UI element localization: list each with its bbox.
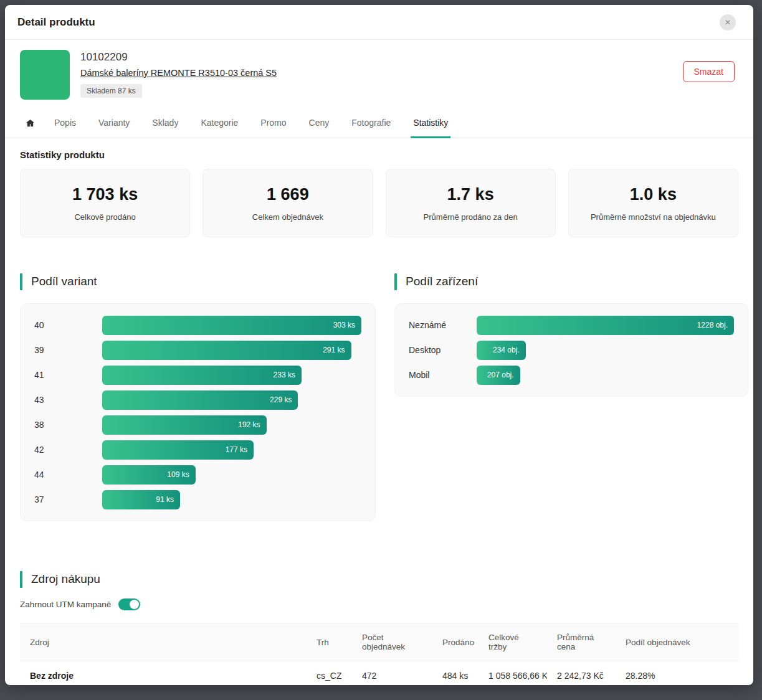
chart-bar: 229 ks bbox=[102, 390, 298, 410]
chart-bar: 233 ks bbox=[102, 366, 302, 385]
tab-statistiky[interactable]: Statistiky bbox=[411, 108, 450, 138]
chart-category-label: 39 bbox=[21, 345, 102, 355]
stat-card: 1.7 ksPrůměrně prodáno za den bbox=[386, 169, 556, 237]
stat-card-label: Celkem objednávek bbox=[252, 212, 323, 222]
tab-promo[interactable]: Promo bbox=[258, 108, 288, 138]
chart-bar-track: 229 ks bbox=[102, 390, 361, 410]
table-header-cell: Prodáno bbox=[432, 623, 479, 661]
chart-category-label: 44 bbox=[21, 470, 102, 480]
chart-row: 44109 ks bbox=[21, 462, 375, 487]
table-header-cell: Zdroj bbox=[20, 623, 307, 661]
chart-bar-track: 177 ks bbox=[102, 440, 361, 460]
modal-header: Detail produktu ✕ bbox=[5, 5, 753, 40]
home-icon bbox=[25, 118, 36, 128]
stat-card-label: Průměrně prodáno za den bbox=[424, 212, 518, 222]
close-icon[interactable]: ✕ bbox=[720, 14, 736, 31]
chart-bar: 207 obj. bbox=[477, 366, 520, 385]
table-header-cell: Podíl objednávek bbox=[616, 623, 738, 661]
stat-card-label: Průměrně množství na objednávku bbox=[591, 212, 716, 222]
chart-bar-value: 109 ks bbox=[167, 470, 195, 479]
table-header-cell: Trh bbox=[307, 623, 352, 661]
tab-bar: PopisVariantySkladyKategoriePromoCenyFot… bbox=[5, 108, 753, 138]
product-thumbnail bbox=[20, 50, 70, 100]
chart-bar-track: 233 ks bbox=[102, 366, 361, 385]
chart-row: 40303 ks bbox=[21, 313, 375, 338]
statistics-content: Statistiky produktu 1 703 ksCelkově prod… bbox=[5, 138, 753, 685]
stock-badge: Skladem 87 ks bbox=[80, 84, 142, 98]
chart-bar: 1228 obj. bbox=[477, 316, 734, 335]
utm-toggle-label: Zahrnout UTM kampaně bbox=[20, 600, 111, 609]
chart-category-label: Desktop bbox=[395, 345, 477, 355]
chart-bar: 192 ks bbox=[102, 415, 267, 435]
chart-bar: 91 ks bbox=[102, 490, 180, 509]
chart-bar: 303 ks bbox=[102, 316, 361, 335]
delete-button[interactable]: Smazat bbox=[683, 61, 735, 82]
stats-heading: Statistiky produktu bbox=[20, 149, 738, 160]
chart-bar-track: 207 obj. bbox=[477, 366, 734, 385]
utm-toggle-row: Zahrnout UTM kampaně bbox=[20, 598, 738, 610]
charts-row: Podíl variant 40303 ks39291 ks41233 ks43… bbox=[20, 272, 738, 521]
chart-row: 43229 ks bbox=[21, 387, 375, 412]
device-share-section: Podíl zařízení Neznámé1228 obj.Desktop23… bbox=[394, 272, 748, 521]
source-title: Zdroj nákupu bbox=[31, 572, 100, 586]
purchase-source-section: Zdroj nákupu Zahrnout UTM kampaně ZdrojT… bbox=[20, 570, 738, 685]
chart-bar-track: 291 ks bbox=[102, 341, 361, 360]
product-name-link[interactable]: Dámské baleríny REMONTE R3510-03 černá S… bbox=[80, 68, 277, 78]
chart-category-label: Neznámé bbox=[395, 320, 477, 330]
stat-card-label: Celkově prodáno bbox=[74, 212, 135, 222]
table-header-cell: Průměrná cena bbox=[547, 623, 616, 661]
modal-title: Detail produktu bbox=[17, 16, 95, 29]
chart-category-label: 38 bbox=[21, 420, 102, 430]
chart-bar-value: 91 ks bbox=[156, 495, 180, 504]
chart-bar-track: 91 ks bbox=[102, 490, 361, 509]
tab-kategorie[interactable]: Kategorie bbox=[198, 108, 241, 138]
chart-bar-track: 1228 obj. bbox=[477, 316, 734, 335]
chart-bar-value: 234 obj. bbox=[493, 346, 526, 354]
chart-bar-value: 177 ks bbox=[226, 445, 254, 454]
tab-sklady[interactable]: Sklady bbox=[150, 108, 181, 138]
variant-share-section: Podíl variant 40303 ks39291 ks41233 ks43… bbox=[20, 272, 376, 521]
chart-category-label: 43 bbox=[21, 395, 102, 405]
chart-row: 41233 ks bbox=[21, 362, 375, 387]
tab-ceny[interactable]: Ceny bbox=[307, 108, 332, 138]
tab-popis[interactable]: Popis bbox=[52, 108, 79, 138]
device-share-chart: Neznámé1228 obj.Desktop234 obj.Mobil207 … bbox=[394, 303, 748, 397]
table-cell: 472 bbox=[352, 661, 432, 686]
source-table-head: ZdrojTrhPočet objednávekProdánoCelkové t… bbox=[20, 623, 738, 661]
chart-row: 42177 ks bbox=[21, 437, 375, 462]
table-cell: 2 242,73 Kč bbox=[547, 661, 616, 686]
tab-varianty[interactable]: Varianty bbox=[96, 108, 132, 138]
product-info: 10102209 Dámské baleríny REMONTE R3510-0… bbox=[80, 50, 277, 100]
tab-home[interactable] bbox=[19, 108, 43, 138]
stat-card: 1 703 ksCelkově prodáno bbox=[20, 169, 190, 237]
chart-bar-value: 291 ks bbox=[323, 346, 351, 354]
chart-bar: 177 ks bbox=[102, 440, 254, 460]
utm-toggle[interactable] bbox=[118, 598, 140, 610]
section-title-source: Zdroj nákupu bbox=[20, 570, 738, 589]
tab-fotografie[interactable]: Fotografie bbox=[349, 108, 393, 138]
chart-category-label: 40 bbox=[21, 320, 102, 330]
source-table: ZdrojTrhPočet objednávekProdánoCelkové t… bbox=[20, 623, 738, 685]
chart-bar-value: 229 ks bbox=[270, 395, 298, 404]
chart-bar: 291 ks bbox=[102, 341, 351, 360]
table-cell: 484 ks bbox=[432, 661, 479, 686]
chart-bar-track: 234 obj. bbox=[477, 341, 734, 360]
toggle-knob bbox=[130, 600, 139, 609]
table-cell: Bez zdroje bbox=[20, 661, 307, 686]
section-title-devices: Podíl zařízení bbox=[394, 272, 748, 291]
table-cell: cs_CZ bbox=[307, 661, 352, 686]
variant-share-chart: 40303 ks39291 ks41233 ks43229 ks38192 ks… bbox=[20, 303, 376, 521]
chart-row: 3791 ks bbox=[21, 487, 375, 512]
chart-bar-value: 207 obj. bbox=[487, 371, 520, 379]
stat-cards: 1 703 ksCelkově prodáno1 669Celkem objed… bbox=[20, 169, 738, 237]
chart-row: 39291 ks bbox=[21, 338, 375, 362]
chart-category-label: 37 bbox=[21, 494, 102, 504]
product-detail-modal: Detail produktu ✕ 10102209 Dámské balerí… bbox=[5, 5, 753, 685]
stat-card-value: 1.7 ks bbox=[447, 185, 494, 204]
section-title-variants: Podíl variant bbox=[20, 272, 376, 291]
table-row: Bez zdrojecs_CZ472484 ks1 058 566,66 Kč2… bbox=[20, 661, 738, 686]
chart-row: Mobil207 obj. bbox=[395, 362, 748, 387]
chart-bar-value: 192 ks bbox=[238, 420, 266, 429]
accent-bar bbox=[394, 273, 397, 290]
product-code: 10102209 bbox=[80, 51, 277, 64]
